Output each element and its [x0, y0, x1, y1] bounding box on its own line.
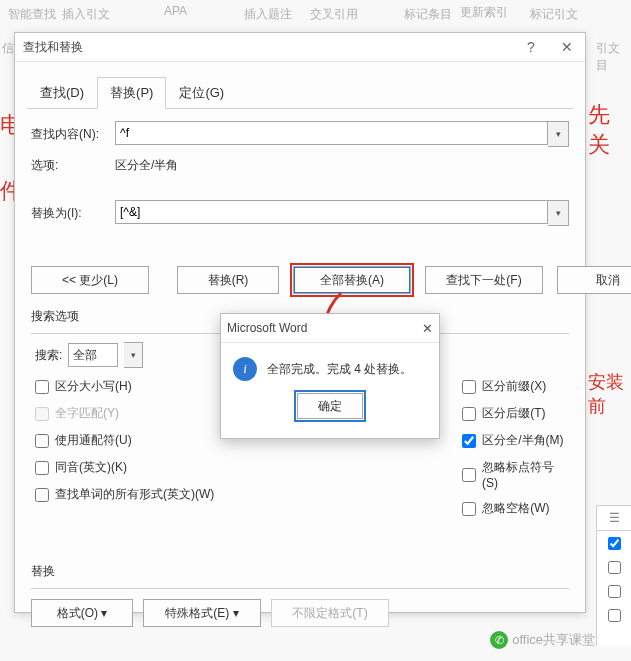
find-next-button[interactable]: 查找下一处(F) [425, 266, 543, 294]
ribbon-fragment: 引文目 [596, 40, 631, 74]
tab-goto[interactable]: 定位(G) [166, 77, 237, 109]
side-panel-fragment: ☰ [596, 505, 631, 646]
messagebox-text: 全部完成。完成 4 处替换。 [267, 361, 412, 378]
no-format-button: 不限定格式(T) [271, 599, 389, 627]
search-scope-label: 搜索: [35, 347, 62, 364]
ribbon-fragment: 更新索引 [460, 4, 508, 21]
chk-ignore-space[interactable]: 忽略空格(W) [462, 500, 569, 517]
chk-match-prefix[interactable]: 区分前缀(X) [462, 378, 569, 395]
ok-button[interactable]: 确定 [297, 393, 363, 419]
tab-replace[interactable]: 替换(P) [97, 77, 166, 109]
cancel-button[interactable]: 取消 [557, 266, 631, 294]
bg-red-text: 先关 [588, 100, 631, 160]
options-label: 选项: [31, 157, 115, 174]
search-scope-dropdown[interactable]: ▾ [124, 342, 143, 368]
dialog-title: 查找和替换 [15, 39, 513, 56]
ribbon-fragment: 插入题注 [244, 6, 292, 23]
find-input[interactable] [115, 121, 548, 145]
side-panel-header-icon[interactable]: ☰ [597, 506, 631, 531]
replace-history-dropdown[interactable]: ▾ [548, 200, 569, 226]
messagebox-title: Microsoft Word [227, 321, 307, 335]
replace-label: 替换为(I): [31, 205, 115, 222]
ribbon-fragment: 标记条目 [404, 6, 452, 23]
replace-all-button[interactable]: 全部替换(A) [293, 266, 411, 294]
side-chk-3[interactable] [608, 585, 621, 598]
info-icon: i [233, 357, 257, 381]
side-chk-2[interactable] [608, 561, 621, 574]
ribbon-fragment: 标记引文 [530, 6, 578, 23]
replace-section-title: 替换 [31, 563, 569, 580]
chk-match-width[interactable]: 区分全/半角(M) [462, 432, 569, 449]
options-value: 区分全/半角 [115, 157, 178, 174]
side-chk-1[interactable] [608, 537, 621, 550]
ribbon-fragment: 交叉引用 [310, 6, 358, 23]
replace-button[interactable]: 替换(R) [177, 266, 279, 294]
side-chk-4[interactable] [608, 609, 621, 622]
dialog-titlebar: 查找和替换 ? ✕ [15, 33, 585, 62]
watermark: ✆ office共享课堂 [490, 631, 595, 649]
ribbon-fragment: APA [164, 4, 187, 18]
less-button[interactable]: << 更少(L) [31, 266, 149, 294]
wechat-icon: ✆ [490, 631, 508, 649]
ribbon-fragment: 插入引文 [62, 6, 110, 23]
messagebox: Microsoft Word ✕ i 全部完成。完成 4 处替换。 确定 [220, 313, 440, 439]
chk-all-word-forms[interactable]: 查找单词的所有形式(英文)(W) [35, 486, 292, 503]
format-button[interactable]: 格式(O) ▾ [31, 599, 133, 627]
chk-ignore-punct[interactable]: 忽略标点符号(S) [462, 459, 569, 490]
messagebox-close-button[interactable]: ✕ [422, 321, 433, 336]
close-button[interactable]: ✕ [549, 33, 585, 61]
special-format-button[interactable]: 特殊格式(E) ▾ [143, 599, 261, 627]
help-button[interactable]: ? [513, 33, 549, 61]
replace-input[interactable] [115, 200, 548, 224]
chk-sounds-like[interactable]: 同音(英文)(K) [35, 459, 292, 476]
bg-red-text: 安装前 [588, 370, 631, 418]
dialog-tabs: 查找(D) 替换(P) 定位(G) [27, 76, 573, 109]
ribbon-fragment: 智能查找 [8, 6, 56, 23]
search-scope-value: 全部 [68, 343, 118, 367]
chk-match-suffix[interactable]: 区分后缀(T) [462, 405, 569, 422]
find-history-dropdown[interactable]: ▾ [548, 121, 569, 147]
tab-find[interactable]: 查找(D) [27, 77, 97, 109]
find-label: 查找内容(N): [31, 126, 115, 143]
